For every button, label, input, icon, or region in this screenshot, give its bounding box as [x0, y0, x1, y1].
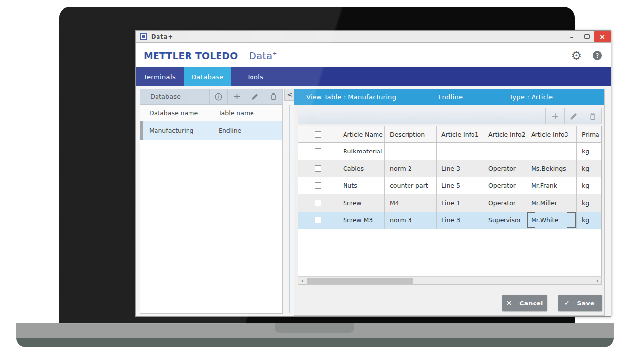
table-row[interactable]: Nutscounter partLine 5OperatorMr.Frankkg [298, 177, 601, 194]
database-row[interactable]: ManufacturingEndline [140, 121, 282, 140]
grid-cell[interactable]: Bulkmaterial [338, 143, 385, 160]
add-icon[interactable] [227, 89, 246, 104]
grid-column-header[interactable]: Article Info2 [483, 126, 526, 142]
brand-logo: METTLER TOLEDO [144, 50, 238, 61]
maximize-icon [584, 34, 590, 39]
laptop-screen: Data+ – × METTLER TOLEDO Data+ ⚙ ? Termi… [59, 7, 575, 324]
delete-icon[interactable] [264, 89, 282, 104]
row-checkbox-cell [298, 143, 338, 160]
grid-cell[interactable]: Screw [338, 194, 385, 212]
grid-cell[interactable]: kg [577, 194, 601, 212]
row-checkbox-cell [298, 177, 338, 194]
table-name-cell: Endline [214, 127, 282, 134]
info-icon[interactable] [209, 89, 227, 104]
row-checkbox[interactable] [315, 200, 321, 206]
minimize-button[interactable]: – [565, 31, 579, 42]
grid-column-header[interactable]: Article Info3 [526, 126, 577, 142]
scrollbar-thumb[interactable] [307, 278, 413, 284]
column-divider [214, 105, 214, 313]
app-icon [140, 33, 147, 40]
window-title: Data+ [151, 33, 173, 40]
grid-column-header[interactable]: Article Info1 [437, 126, 483, 142]
laptop-base-bottom [16, 338, 614, 347]
grid-header-row: Article NameDescriptionArticle Info1Arti… [298, 126, 601, 143]
grid-cell[interactable]: Ms.Bekings [526, 160, 577, 177]
laptop-hinge-notch [275, 323, 354, 333]
grid-cell[interactable]: counter part [385, 177, 437, 194]
cancel-button[interactable]: × Cancel [502, 295, 547, 311]
table-row[interactable]: ScrewM4Line 1OperatorMr.Millerkg [298, 194, 601, 212]
grid-cell[interactable]: Cables [338, 160, 385, 177]
grid-cell[interactable]: Operator [483, 177, 526, 194]
grid-cell[interactable] [526, 143, 577, 160]
row-checkbox[interactable] [315, 165, 321, 172]
grid-cell[interactable]: Line 5 [437, 177, 483, 194]
maximize-button[interactable] [579, 31, 594, 42]
row-checkbox[interactable] [315, 182, 321, 189]
tab-database[interactable]: Database [184, 67, 231, 86]
grid-cell[interactable]: Mr.Frank [526, 177, 577, 194]
window-titlebar[interactable]: Data+ – × [136, 31, 611, 43]
column-database-name[interactable]: Database name [140, 105, 214, 121]
row-checkbox-cell [298, 212, 338, 229]
main-tabbar: TerminalsDatabaseTools [136, 67, 611, 86]
scroll-left-icon[interactable]: ‹ [298, 277, 307, 284]
grid-cell[interactable]: norm 2 [385, 160, 437, 177]
database-panel-header: Database [140, 89, 282, 105]
select-all-cell [298, 126, 338, 142]
cancel-x-icon: × [506, 299, 512, 307]
edit-icon[interactable] [564, 108, 583, 124]
grid-cell[interactable]: Supervisor [483, 212, 526, 229]
grid-cell[interactable]: Mr.Miller [526, 194, 577, 212]
table-row[interactable]: Screw M3norm 3Line 3SupervisorMr.Whitekg [298, 212, 601, 229]
view-table-name: Endline [438, 93, 509, 101]
grid-column-header[interactable]: Description [385, 126, 437, 142]
database-table-header: Database name Table name [140, 105, 282, 121]
grid-cell[interactable]: Mr.White [526, 212, 577, 229]
row-checkbox[interactable] [315, 217, 321, 223]
scroll-right-icon[interactable]: › [593, 277, 601, 284]
row-selection-strip [140, 121, 143, 140]
view-table-header: View Table : Manufacturing Endline Type … [294, 89, 604, 105]
row-checkbox[interactable] [315, 148, 321, 154]
article-grid: Article NameDescriptionArticle Info1Arti… [298, 126, 602, 285]
add-icon[interactable] [545, 108, 564, 124]
grid-cell[interactable]: kg [577, 212, 601, 229]
settings-gear-icon[interactable]: ⚙ [571, 50, 582, 61]
grid-cell[interactable]: Nuts [338, 177, 385, 194]
table-row[interactable]: Bulkmaterialkg [298, 143, 601, 160]
horizontal-scrollbar[interactable]: ‹ › [298, 276, 602, 285]
help-icon[interactable]: ? [593, 51, 602, 60]
view-table-label: View Table : Manufacturing [306, 93, 438, 101]
grid-cell[interactable]: kg [577, 177, 601, 194]
column-table-name[interactable]: Table name [214, 105, 282, 121]
grid-cell[interactable]: Screw M3 [338, 212, 385, 229]
select-all-checkbox[interactable] [315, 131, 321, 138]
database-panel-title: Database [150, 93, 209, 100]
grid-cell[interactable]: Line 1 [437, 194, 483, 212]
grid-cell[interactable]: kg [577, 160, 601, 177]
delete-icon[interactable] [583, 108, 601, 124]
grid-column-header[interactable]: Article Name [338, 126, 385, 142]
view-table-panel: View Table : Manufacturing Endline Type … [294, 89, 605, 316]
grid-cell[interactable] [483, 143, 526, 160]
grid-cell[interactable]: norm 3 [385, 212, 437, 229]
panel-splitter[interactable] [289, 105, 290, 313]
grid-cell[interactable]: Line 3 [437, 212, 483, 229]
save-button[interactable]: ✓ Save [558, 295, 602, 311]
grid-cell[interactable]: Line 3 [437, 160, 483, 177]
grid-cell[interactable]: M4 [385, 194, 437, 212]
grid-cell[interactable]: kg [577, 143, 601, 160]
row-checkbox-cell [298, 194, 338, 212]
grid-cell[interactable] [385, 143, 437, 160]
tab-tools[interactable]: Tools [231, 67, 279, 86]
tab-terminals[interactable]: Terminals [136, 67, 184, 86]
grid-column-header[interactable]: Prima [577, 126, 601, 142]
close-button[interactable]: × [594, 31, 611, 42]
grid-cell[interactable] [437, 143, 483, 160]
edit-icon[interactable] [246, 89, 264, 104]
grid-cell[interactable]: Operator [483, 160, 526, 177]
table-row[interactable]: Cablesnorm 2Line 3OperatorMs.Bekingskg [298, 160, 601, 177]
grid-cell[interactable]: Operator [483, 194, 526, 212]
brand-header: METTLER TOLEDO Data+ ⚙ ? [136, 43, 611, 67]
